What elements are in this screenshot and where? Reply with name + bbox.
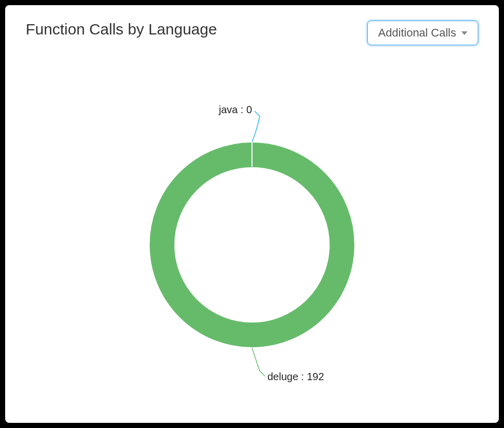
card-title: Function Calls by Language — [26, 21, 217, 38]
leader-line-deluge — [252, 348, 265, 376]
chart-area: java : 0 deluge : 192 — [5, 67, 499, 413]
leader-line-java — [252, 111, 260, 142]
chevron-down-icon — [461, 31, 467, 35]
data-label-deluge: deluge : 192 — [267, 371, 324, 383]
data-label-java: java : 0 — [185, 104, 252, 116]
donut-svg — [123, 80, 381, 399]
dropdown-label: Additional Calls — [378, 26, 456, 40]
donut-chart: java : 0 deluge : 192 — [123, 80, 381, 399]
card-header: Function Calls by Language Additional Ca… — [26, 21, 478, 45]
filter-dropdown[interactable]: Additional Calls — [367, 21, 478, 45]
slice-gap — [251, 142, 253, 167]
slice-deluge — [162, 155, 342, 335]
chart-card: Function Calls by Language Additional Ca… — [5, 5, 499, 423]
